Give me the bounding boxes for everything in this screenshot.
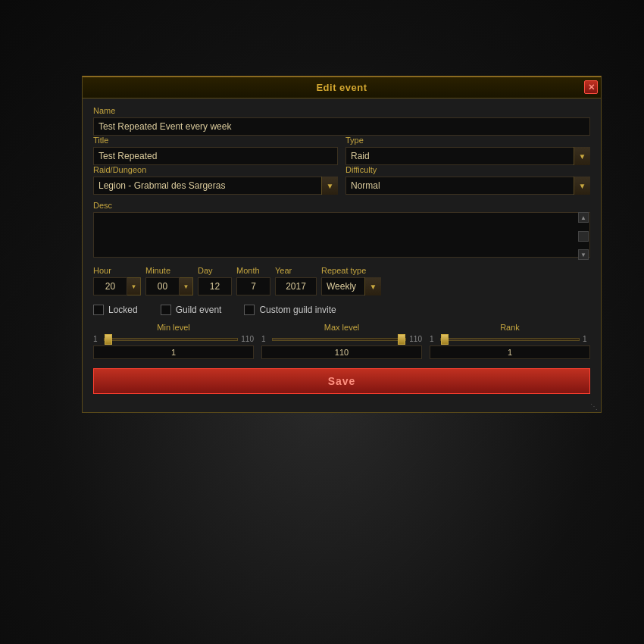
rank-track-row: 1 1 [430, 335, 590, 343]
checkbox-row: Locked Guild event Custom guild invite [93, 305, 590, 315]
guild-event-label: Guild event [176, 305, 222, 315]
type-label: Type [345, 136, 590, 145]
year-field: Year [275, 266, 317, 295]
dialog-footer: ⋱ [83, 405, 601, 412]
min-level-track-row: 1 110 [93, 335, 254, 343]
hour-spinner-icon[interactable]: ▼ [127, 277, 141, 295]
year-input[interactable] [275, 277, 317, 295]
name-input[interactable] [93, 117, 590, 136]
close-icon: ✕ [588, 83, 595, 92]
min-level-slider[interactable] [104, 338, 238, 341]
custom-invite-label: Custom guild invite [259, 305, 336, 315]
save-button[interactable]: Save [93, 368, 590, 394]
type-select-wrapper: Raid Dungeon Other ▼ [345, 147, 590, 165]
scroll-down-btn[interactable]: ▼ [578, 249, 589, 260]
custom-invite-checkbox-item[interactable]: Custom guild invite [244, 305, 336, 315]
month-input[interactable] [236, 277, 270, 295]
type-col: Type Raid Dungeon Other ▼ [345, 136, 590, 165]
min-level-value-input[interactable] [93, 345, 254, 359]
dialog-titlebar: Edit event ✕ [83, 77, 601, 98]
desc-scrollbar: ▲ ▼ [578, 212, 590, 260]
minute-input-wrapper: ▼ [145, 277, 193, 295]
day-label: Day [198, 266, 232, 275]
minute-field: Minute ▼ [145, 266, 193, 295]
year-label: Year [275, 266, 317, 275]
raid-col: Raid/Dungeon Legion - Grabmal des Sarger… [93, 165, 338, 195]
locked-label: Locked [108, 305, 138, 315]
min-level-max-label: 110 [241, 335, 254, 343]
time-row: Hour ▼ Minute ▼ Day Mon [93, 266, 590, 295]
max-level-max-label: 110 [409, 335, 422, 343]
max-level-group: Max level 1 110 [261, 323, 422, 359]
max-level-slider[interactable] [272, 338, 406, 341]
max-level-track-row: 1 110 [261, 335, 422, 343]
repeat-label: Repeat type [321, 266, 381, 275]
minute-label: Minute [145, 266, 193, 275]
difficulty-label: Difficulty [345, 165, 590, 174]
month-field: Month [236, 266, 270, 295]
title-type-row: Title Type Raid Dungeon Other ▼ [93, 136, 590, 165]
rank-value-input[interactable] [430, 345, 590, 359]
difficulty-select[interactable]: Normal Heroic Mythic [345, 177, 590, 195]
guild-event-checkbox[interactable] [161, 305, 171, 315]
repeat-select-wrapper: Weekly Daily Monthly None ▼ [321, 277, 381, 295]
difficulty-select-wrapper: Normal Heroic Mythic ▼ [345, 177, 590, 195]
max-level-min-label: 1 [261, 335, 269, 343]
raid-select[interactable]: Legion - Grabmal des Sargeras Other [93, 177, 338, 195]
scroll-thumb[interactable] [578, 231, 589, 242]
title-col: Title [93, 136, 338, 165]
dialog-title: Edit event [316, 82, 367, 93]
rank-group: Rank 1 1 [430, 323, 590, 359]
hour-input-wrapper: ▼ [93, 277, 141, 295]
desc-wrapper: ▲ ▼ [93, 212, 590, 260]
locked-checkbox-item[interactable]: Locked [93, 305, 138, 315]
desc-input[interactable] [93, 212, 590, 258]
hour-input[interactable] [93, 277, 127, 295]
max-level-value-input[interactable] [261, 345, 422, 359]
title-input[interactable] [93, 147, 338, 165]
close-button[interactable]: ✕ [584, 80, 598, 94]
min-level-group: Min level 1 110 [93, 323, 254, 359]
scroll-up-btn[interactable]: ▲ [578, 212, 589, 223]
min-level-min-label: 1 [93, 335, 101, 343]
day-input[interactable] [198, 277, 232, 295]
repeat-field: Repeat type Weekly Daily Monthly None ▼ [321, 266, 381, 295]
min-level-label: Min level [93, 323, 254, 332]
title-label: Title [93, 136, 338, 145]
minute-input[interactable] [145, 277, 180, 295]
max-level-label: Max level [261, 323, 422, 332]
resize-handle-icon[interactable]: ⋱ [590, 402, 598, 411]
sliders-row: Min level 1 110 Max level 1 110 [93, 323, 590, 359]
locked-checkbox[interactable] [93, 305, 104, 315]
rank-min-label: 1 [430, 335, 437, 343]
dialog-body: Name Title Type Raid Dungeon Other ▼ [83, 98, 601, 405]
hour-field: Hour ▼ [93, 266, 141, 295]
hour-label: Hour [93, 266, 141, 275]
guild-event-checkbox-item[interactable]: Guild event [161, 305, 222, 315]
rank-max-label: 1 [583, 335, 590, 343]
name-label: Name [93, 106, 590, 115]
raid-label: Raid/Dungeon [93, 165, 338, 174]
day-field: Day [198, 266, 232, 295]
month-label: Month [236, 266, 270, 275]
difficulty-col: Difficulty Normal Heroic Mythic ▼ [345, 165, 590, 195]
minute-spinner-icon[interactable]: ▼ [180, 277, 193, 295]
custom-invite-checkbox[interactable] [244, 305, 255, 315]
desc-label: Desc [93, 201, 590, 210]
type-select[interactable]: Raid Dungeon Other [345, 147, 590, 165]
raid-difficulty-row: Raid/Dungeon Legion - Grabmal des Sarger… [93, 165, 590, 195]
rank-slider[interactable] [440, 338, 580, 341]
edit-event-dialog: Edit event ✕ Name Title Type Raid Dungeo… [82, 76, 602, 413]
rank-label: Rank [430, 323, 590, 332]
repeat-select[interactable]: Weekly Daily Monthly None [321, 277, 381, 295]
raid-select-wrapper: Legion - Grabmal des Sargeras Other ▼ [93, 177, 338, 195]
